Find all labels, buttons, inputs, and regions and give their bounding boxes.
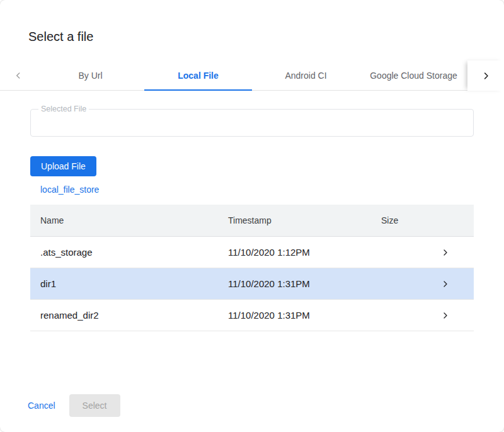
selected-file-label: Selected File (38, 105, 89, 113)
file-table: Name Timestamp Size .ats_storage 11/10/2… (30, 205, 474, 331)
tab-bar: By Url Local File Android CI Google Clou… (0, 60, 504, 91)
dialog-title: Select a file (0, 0, 504, 43)
tab-android-ci[interactable]: Android CI (252, 60, 360, 91)
column-header-size: Size (381, 215, 442, 225)
table-row-renamed-dir2[interactable]: renamed_dir2 11/10/2020 1:31PM (30, 300, 474, 331)
selected-file-field: Selected File (30, 109, 474, 137)
tabs-scroll-left-button[interactable] (0, 60, 37, 91)
chevron-right-icon (442, 280, 449, 288)
table-row-dir1[interactable]: dir1 11/10/2020 1:31PM (30, 268, 474, 300)
file-name: dir1 (40, 278, 228, 289)
chevron-left-icon (14, 71, 23, 80)
tab-label: Android CI (285, 71, 326, 81)
chevron-right-icon (442, 249, 449, 256)
chevron-right-icon (481, 71, 491, 81)
table-header-row: Name Timestamp Size (30, 205, 474, 237)
column-header-name: Name (40, 215, 228, 225)
upload-file-button[interactable]: Upload File (30, 156, 96, 176)
open-directory-button[interactable] (442, 249, 464, 256)
column-header-timestamp: Timestamp (228, 215, 381, 225)
open-directory-button[interactable] (442, 280, 464, 288)
file-timestamp: 11/10/2020 1:31PM (228, 278, 381, 289)
dialog-footer: Cancel Select (23, 394, 120, 417)
select-button[interactable]: Select (69, 394, 120, 417)
table-row-ats-storage[interactable]: .ats_storage 11/10/2020 1:12PM (30, 237, 474, 268)
file-timestamp: 11/10/2020 1:31PM (228, 310, 381, 321)
tab-google-cloud-storage[interactable]: Google Cloud Storage (360, 60, 467, 91)
tab-local-file[interactable]: Local File (144, 60, 252, 91)
file-timestamp: 11/10/2020 1:12PM (228, 247, 381, 258)
tab-label: By Url (78, 71, 102, 81)
selected-file-input[interactable] (31, 110, 473, 136)
tab-label: Google Cloud Storage (370, 71, 457, 81)
tabs-scroll-right-button[interactable] (467, 60, 504, 91)
file-name: renamed_dir2 (40, 310, 228, 321)
file-name: .ats_storage (40, 247, 228, 258)
cancel-button[interactable]: Cancel (23, 394, 60, 417)
tab-label: Local File (178, 71, 219, 81)
open-directory-button[interactable] (442, 312, 464, 319)
select-file-dialog: Select a file By Url Local File Android … (0, 0, 504, 432)
breadcrumb-local-file-store[interactable]: local_file_store (40, 185, 99, 195)
chevron-right-icon (442, 312, 449, 319)
tab-list: By Url Local File Android CI Google Clou… (37, 60, 467, 91)
tab-by-url[interactable]: By Url (37, 60, 144, 91)
